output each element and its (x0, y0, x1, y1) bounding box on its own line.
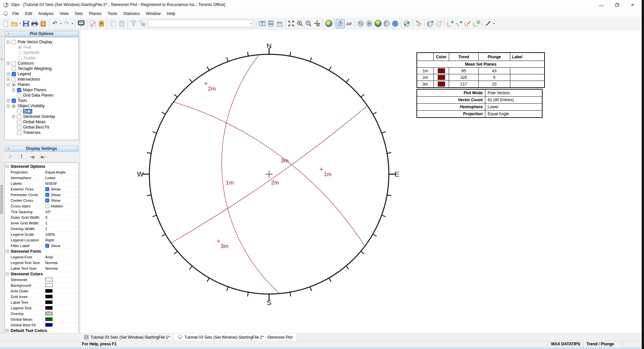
checkbox-checked-icon[interactable] (12, 99, 16, 103)
contoured-stereonet-icon[interactable] (324, 19, 333, 28)
plot-options-header[interactable]: Plot Options (5, 31, 79, 37)
expand-circle-icon[interactable] (12, 104, 16, 108)
filter-data-icon[interactable] (129, 19, 138, 28)
add-plane-confirm-icon[interactable] (434, 19, 443, 28)
major-planes-plot-icon[interactable] (382, 19, 391, 28)
color-swatch[interactable] (45, 306, 53, 310)
prop-center-cross[interactable]: Center CrossShow (5, 197, 79, 203)
prop-label-text-size[interactable]: Label Text SizeNormal (5, 265, 79, 271)
tree-label[interactable]: Symbolic (23, 50, 40, 55)
checkbox-checked-icon[interactable] (45, 244, 49, 248)
radio-selected-icon[interactable] (18, 46, 22, 49)
expander-plus-icon[interactable] (7, 78, 10, 81)
checkbox-checked-icon[interactable] (45, 187, 49, 191)
menu-sets[interactable]: Sets (72, 10, 86, 17)
collapse-icon[interactable] (6, 165, 9, 168)
prop-projection[interactable]: ProjectionEqual Angle (5, 169, 79, 175)
tree-item-symbolic[interactable]: Symbolic (5, 50, 40, 55)
menu-planes[interactable]: Planes (86, 10, 104, 17)
sets-wizard-icon[interactable] (463, 19, 472, 28)
menu-file[interactable]: File (9, 10, 22, 17)
tree-label[interactable]: Terzaghi Weighting (18, 66, 52, 71)
prop-overlay-width[interactable]: Overlay Width1 (5, 226, 79, 232)
checkbox-unchecked-icon[interactable] (12, 61, 16, 66)
save-file-icon[interactable] (22, 19, 30, 28)
prop-value[interactable]: NSEW (45, 181, 79, 185)
menu-analysis[interactable]: Analysis (35, 10, 57, 17)
prop-legend-text-size[interactable]: Legend Text SizeNormal (5, 260, 79, 266)
checkbox-checked-icon[interactable] (45, 198, 49, 202)
stereo-sphere-icon[interactable] (391, 19, 400, 28)
tab-label[interactable]: Tutorial 03 Sets (Set Window)-StartingFi… (184, 335, 292, 340)
tree-label[interactable]: Grid Data Planes (23, 93, 53, 98)
expander-plus-icon[interactable] (12, 115, 15, 118)
tree-item-planes[interactable]: Planes (5, 82, 30, 87)
stereonet-plot-view[interactable]: 1m 2m 3m 2m 1m 3m N S E W Color Trend Pl… (80, 29, 644, 333)
minimize-button[interactable]: — (593, 0, 609, 10)
prop-global-mean-color[interactable]: Global Mean (5, 316, 79, 322)
tree-label[interactable]: Scatter (23, 56, 36, 60)
tree-item-contours[interactable]: Contours (5, 61, 34, 66)
checkbox-unchecked-icon[interactable] (17, 109, 21, 114)
measure-vector-icon[interactable] (484, 19, 492, 28)
section-stereonet-fonts[interactable]: Stereonet Fonts (5, 248, 79, 254)
rosette-plot-icon[interactable] (402, 19, 411, 28)
edit-tool-icon[interactable] (88, 19, 97, 28)
add-plane-icon[interactable] (426, 19, 434, 28)
pan-icon[interactable] (313, 19, 321, 28)
collapse-triangle-icon[interactable] (7, 33, 10, 35)
radio-icon[interactable] (18, 56, 22, 60)
report-generator-icon[interactable] (39, 19, 48, 28)
checkbox-unchecked-icon[interactable] (17, 131, 21, 135)
paste-icon[interactable] (117, 19, 126, 28)
tree-item-pole-vector-display[interactable]: Pole Vector Display (5, 39, 52, 45)
tree-label[interactable]: Contours (18, 61, 34, 66)
defaults-warning-button[interactable]: ! (17, 153, 26, 161)
collapse-triangle-icon[interactable] (7, 148, 10, 150)
section-stereonet-options[interactable]: Stereonet Options (5, 164, 79, 170)
checkbox-unchecked-icon[interactable] (17, 115, 21, 119)
tree-label[interactable]: Pole Vector Display (18, 40, 52, 44)
tree-item-tools[interactable]: Tools (5, 98, 27, 103)
checkbox-unchecked-icon[interactable] (17, 120, 21, 124)
tile-horizontal-icon[interactable] (266, 19, 275, 28)
expander-minus-icon[interactable] (7, 83, 10, 86)
close-button[interactable]: × (625, 0, 640, 10)
tree-item-grid-data-planes[interactable]: Grid Data Planes (5, 93, 53, 98)
tree-item-legend[interactable]: Legend (5, 71, 31, 77)
edit-planes-icon[interactable] (414, 19, 423, 28)
prop-outer-grid-width[interactable]: Outer Grid Width3 (5, 214, 79, 220)
display-settings-header[interactable]: Display Settings (5, 146, 79, 152)
toolbar-combobox[interactable] (148, 20, 253, 27)
tree-item-global-best-fit[interactable]: Global Best Fit (5, 125, 49, 130)
paste-special-icon[interactable] (97, 19, 106, 28)
tree-label[interactable]: Global Mean (23, 120, 46, 124)
tree-label[interactable]: Legend (18, 72, 31, 76)
redo-icon[interactable]: ↷ (62, 19, 71, 28)
checkbox-checked-icon[interactable] (17, 88, 21, 92)
prop-value[interactable]: 1 (45, 227, 79, 231)
filter-query-icon[interactable] (138, 19, 146, 28)
undo-dropdown[interactable] (59, 22, 62, 25)
prop-labels[interactable]: LabelsNSEW (5, 180, 79, 186)
prop-tick-spacing[interactable]: Tick Spacing10° (5, 209, 79, 215)
checkbox-checked-icon[interactable] (45, 193, 49, 197)
combobox-caret-icon[interactable] (250, 22, 253, 25)
tree-label[interactable]: Traverses (23, 130, 41, 135)
tree-item-traverses[interactable]: Traverses (5, 130, 41, 135)
prop-value[interactable]: 100% (45, 232, 79, 236)
prop-legend-scale[interactable]: Legend Scale100% (5, 231, 79, 237)
checkbox-unchecked-icon[interactable] (12, 77, 16, 82)
tree-item-intersections[interactable]: Intersections (5, 77, 40, 82)
open-file-icon[interactable] (10, 19, 19, 28)
tree-item-object-visibility[interactable]: Object Visibility (5, 103, 45, 109)
prop-value[interactable]: 10° (45, 210, 79, 214)
expander-plus-icon[interactable] (12, 89, 15, 92)
tree-item-terzaghi-weighting[interactable]: Terzaghi Weighting (5, 66, 52, 71)
radio-icon[interactable] (18, 51, 22, 55)
prop-legend-font[interactable]: Legend FontArial (5, 254, 79, 260)
zoom-out-icon[interactable] (304, 19, 313, 28)
color-swatch[interactable] (45, 295, 53, 298)
expander-plus-icon[interactable] (7, 62, 10, 65)
menu-edit[interactable]: Edit (22, 10, 35, 17)
